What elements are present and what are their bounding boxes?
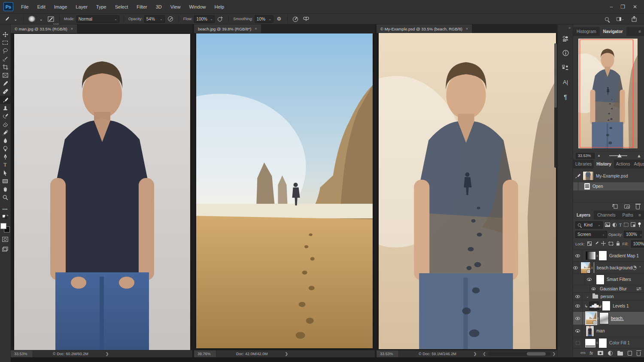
visibility-toggle[interactable] <box>573 300 583 311</box>
layer-row-beach-background[interactable]: 8 beach background ⌃ <box>573 262 644 274</box>
new-snapshot-camera-icon[interactable] <box>624 205 630 208</box>
filter-toggle-icon[interactable] <box>638 222 641 228</box>
tool-preset-chevron[interactable]: ⌄ <box>12 15 19 23</box>
layer-mask-thumbnail[interactable] <box>602 301 610 311</box>
history-state-open[interactable]: Open <box>573 182 644 190</box>
gradient-tool[interactable] <box>0 128 11 136</box>
quick-selection-tool[interactable] <box>0 55 11 63</box>
layer-styles-fx-icon[interactable]: fx <box>589 351 593 356</box>
delete-layer-icon[interactable] <box>637 352 641 356</box>
filter-type-layers-icon[interactable]: T <box>619 223 622 227</box>
workspace-switcher-icon[interactable]: ⌄ <box>617 15 624 23</box>
menu-image[interactable]: Image <box>50 0 72 14</box>
link-layers-icon[interactable]: ⊂⊃ <box>580 351 585 355</box>
tab-my-example-psd[interactable]: © My-Example.psd @ 33.5% (beach, RGB/8) … <box>377 24 472 33</box>
screen-mode-icon[interactable] <box>0 245 11 253</box>
opacity-select[interactable]: 54%⌄ <box>144 15 165 23</box>
zoom-out-mountain-icon[interactable]: ▲ <box>597 154 601 157</box>
blend-mode-select[interactable]: Normal⌄ <box>76 15 119 23</box>
filter-mask-thumbnail[interactable] <box>596 275 604 284</box>
vertical-scrollbar[interactable] <box>554 43 557 168</box>
menu-view[interactable]: View <box>166 0 185 14</box>
layer-row-beach-selected[interactable]: 8 beach. <box>573 312 644 325</box>
eraser-tool[interactable] <box>0 120 11 128</box>
visibility-toggle[interactable] <box>584 274 594 285</box>
scroll-left-arrow-icon[interactable]: ❮ <box>483 352 486 356</box>
tab-beach-jpg[interactable]: beach.jpg @ 39.8% (RGB/8*) × <box>194 24 261 33</box>
brush-picker-chevron[interactable]: ⌄ <box>37 15 44 23</box>
crop-tool[interactable] <box>0 63 11 71</box>
visibility-toggle[interactable] <box>589 285 597 293</box>
flow-select[interactable]: 100%⌄ <box>194 15 215 23</box>
pen-tool[interactable] <box>0 153 11 161</box>
group-name[interactable]: person <box>601 294 614 299</box>
layer-name[interactable]: Color Fill 1 <box>609 341 630 345</box>
composite-canvas[interactable] <box>377 33 557 350</box>
menu-help[interactable]: Help <box>210 0 229 14</box>
menu-select[interactable]: Select <box>111 0 133 14</box>
layer-name[interactable]: man <box>596 329 605 333</box>
zoom-level-field[interactable]: 39.76% <box>194 350 216 357</box>
navigator-view-box[interactable] <box>580 39 633 148</box>
layer-name[interactable]: Gradient Map 1 <box>609 253 639 258</box>
default-colors-icon[interactable] <box>0 213 11 221</box>
visibility-toggle[interactable] <box>573 325 583 337</box>
history-brush-source-icon[interactable] <box>575 173 580 179</box>
new-layer-icon[interactable] <box>628 351 632 356</box>
layer-filter-kind-select[interactable]: Kind ⌄ <box>575 221 603 229</box>
panel-menu-icon[interactable]: ≡ <box>638 29 641 34</box>
menu-filter[interactable]: Filter <box>132 0 151 14</box>
zoom-level-field[interactable]: 33.53% <box>11 350 33 357</box>
pressure-size-icon[interactable] <box>292 15 300 23</box>
delete-state-trash-icon[interactable] <box>636 205 640 209</box>
zoom-tool[interactable] <box>0 193 11 202</box>
history-snapshot-row[interactable]: My-Example.psd <box>573 170 644 181</box>
filter-adjustment-layers-icon[interactable] <box>613 223 617 227</box>
layer-name[interactable]: beach background <box>597 265 632 270</box>
layer-mask-thumbnail[interactable] <box>599 338 607 348</box>
horizontal-scrollbar[interactable] <box>488 352 551 356</box>
photoshop-logo[interactable]: Ps <box>3 2 13 11</box>
smoothing-options-gear-icon[interactable]: ⚙ <box>275 15 283 23</box>
layer-mask-thumbnail[interactable] <box>600 313 608 324</box>
tab-paths[interactable]: Paths <box>619 211 637 220</box>
layer-row-man[interactable]: man <box>573 325 644 337</box>
rectangular-marquee-tool[interactable] <box>0 39 11 47</box>
brush-tool[interactable] <box>0 96 11 104</box>
menu-window[interactable]: Window <box>185 0 210 14</box>
layer-row-gaussian-blur[interactable]: Gaussian Blur <box>573 285 644 293</box>
filter-smart-objects-icon[interactable] <box>631 222 635 228</box>
share-image-icon[interactable] <box>630 15 638 23</box>
beach-layer-thumbnail[interactable] <box>586 312 596 324</box>
visibility-toggle[interactable] <box>573 250 583 261</box>
status-chevron-icon[interactable]: ❯ <box>474 352 477 356</box>
menu-layer[interactable]: Layer <box>71 0 92 14</box>
new-adjustment-layer-icon[interactable] <box>608 351 613 356</box>
rectangle-shape-tool[interactable] <box>0 177 11 185</box>
foreground-color-swatch[interactable] <box>0 223 6 229</box>
tab-adjustments[interactable]: Adjustm <box>632 160 644 169</box>
search-icon[interactable] <box>603 15 611 23</box>
quick-mask-mode-icon[interactable] <box>0 235 11 243</box>
lasso-tool[interactable] <box>0 47 11 55</box>
lock-image-pixels-icon[interactable] <box>594 241 598 247</box>
beach-canvas[interactable] <box>194 33 375 350</box>
man-layer-thumbnail[interactable] <box>586 326 594 336</box>
collapse-panels-icon[interactable]: » <box>558 24 573 31</box>
frame-tool[interactable] <box>0 71 11 79</box>
zoom-level-field[interactable]: 33.53% <box>377 350 399 357</box>
layer-name[interactable]: beach. <box>611 316 624 321</box>
new-document-from-state-icon[interactable] <box>612 204 618 210</box>
character-panel-icon[interactable]: A| <box>558 75 573 90</box>
restore-button[interactable]: ❐ <box>620 4 625 10</box>
layer-fill-select[interactable]: 100%⌄ <box>631 240 644 247</box>
tab-history[interactable]: History <box>594 160 614 169</box>
tab-close-icon[interactable]: × <box>71 27 73 31</box>
menu-edit[interactable]: Edit <box>33 0 50 14</box>
tab-layers[interactable]: Layers <box>573 211 594 220</box>
info-panel-icon[interactable] <box>558 46 573 60</box>
gradient-map-thumbnail[interactable] <box>586 252 595 259</box>
collapse-smart-filters-chevron[interactable]: ⌃ <box>638 266 641 270</box>
visibility-toggle[interactable] <box>573 293 583 300</box>
tab-histogram[interactable]: Histogram <box>573 27 600 36</box>
